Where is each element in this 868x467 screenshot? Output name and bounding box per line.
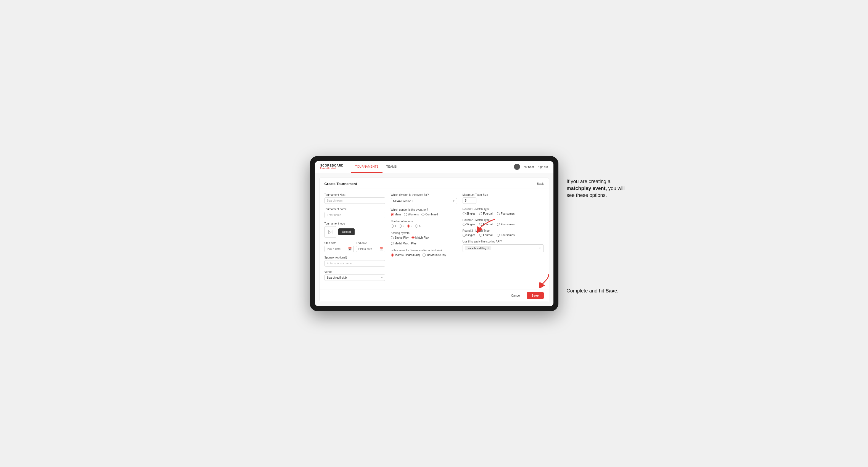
round1-radio-row: Singles Fourball Foursomes [463,212,544,215]
start-date-field: Start date 📅 [324,242,354,252]
venue-select-wrap: Search golf club ▼ [324,275,385,281]
max-team-size-label: Maximum Team Size [463,193,544,196]
logo-upload-area: Upload [324,226,385,238]
sponsor-label: Sponsor (optional) [324,256,385,259]
round2-singles[interactable]: Singles [463,223,475,226]
gender-radio-row: Mens Womens Combined [391,213,457,216]
max-team-size-group: Maximum Team Size [463,193,544,204]
calendar-icon-2: 📅 [379,247,383,251]
content-area: Create Tournament ← Back Tournament Host [315,173,553,306]
gender-group: Which gender is the event for? Mens Wome… [391,208,457,216]
tournament-logo-label: Tournament logo [324,222,385,225]
page-wrapper: SCOREBOARD Powered by clippit TOURNAMENT… [310,156,558,311]
save-button[interactable]: Save [527,292,544,299]
remove-tag-icon[interactable]: × [488,247,489,250]
nav-brand: SCOREBOARD Powered by clippit [320,164,344,169]
nav-tabs: TOURNAMENTS TEAMS [351,161,401,173]
tournament-name-label: Tournament name [324,208,385,211]
division-label: Which division is the event for? [391,193,457,196]
round3-fourball[interactable]: Fourball [479,234,493,237]
round-1[interactable]: 1 [391,224,396,227]
round3-label: Round 3 - Match Type [463,229,544,232]
annotation-bottom: Complete and hit Save. [567,287,630,294]
max-team-size-input[interactable] [463,197,476,204]
round2-radio-row: Singles Fourball Foursomes [463,223,544,226]
round-2[interactable]: 2 [399,224,404,227]
signout-link[interactable]: Sign out [538,165,548,168]
middle-column: Which division is the event for? NCAA Di… [391,193,457,285]
round-3[interactable]: 3 [407,224,412,227]
division-select-wrap: NCAA Division I ▼ [391,198,457,205]
sponsor-input[interactable] [324,260,385,267]
form-header: Create Tournament ← Back [319,178,549,189]
form-container: Create Tournament ← Back Tournament Host [319,178,549,302]
gender-label: Which gender is the event for? [391,208,457,211]
teams-label: Is this event for Teams and/or Individua… [391,249,457,252]
sponsor-group: Sponsor (optional) [324,256,385,267]
date-row: Start date 📅 End date [324,242,385,252]
rounds-radio-row: 1 2 3 [391,224,457,227]
venue-group: Venue Search golf club ▼ [324,270,385,281]
tab-tournaments[interactable]: TOURNAMENTS [351,161,382,173]
start-date-wrap: 📅 [324,246,354,252]
round1-fourball[interactable]: Fourball [479,212,493,215]
scoring-match[interactable]: Match Play [411,236,429,239]
form-footer: Cancel Save [319,289,549,302]
venue-label: Venue [324,270,385,273]
tablet-screen: SCOREBOARD Powered by clippit TOURNAMENT… [315,161,553,306]
gender-mens[interactable]: Mens [391,213,401,216]
tournament-host-input[interactable] [324,197,385,204]
scoring-medal[interactable]: Medal Match Play [391,242,416,245]
scoring-stroke[interactable]: Stroke Play [391,236,409,239]
tournament-host-label: Tournament Host [324,193,385,196]
form-body: Tournament Host Tournament name Tourname… [319,189,549,289]
scoring-group: Scoring system Stroke Play Match Play [391,231,457,245]
save-arrow [535,271,552,288]
upload-button[interactable]: Upload [338,228,355,235]
venue-select[interactable]: Search golf club [324,275,385,281]
tab-teams[interactable]: TEAMS [382,161,401,173]
teams-individuals-group: Is this event for Teams and/or Individua… [391,249,457,256]
user-text: Test User | [522,165,535,168]
leaderboard-king-tag: Leaderboard King × [465,246,491,250]
venue-chevron-icon: ▼ [381,276,383,279]
chevron-down-icon: ▼ [539,247,541,250]
teams-plus-individuals[interactable]: Teams (+Individuals) [391,253,420,256]
rounds-label: Number of rounds [391,220,457,223]
round2-foursomes[interactable]: Foursomes [497,223,515,226]
round3-radio-row: Singles Fourball Foursomes [463,234,544,237]
right-column: Maximum Team Size Round 1 - Match Type S… [463,193,544,285]
round3-foursomes[interactable]: Foursomes [497,234,515,237]
teams-radio-row: Teams (+Individuals) Individuals Only [391,253,457,256]
round3-singles[interactable]: Singles [463,234,475,237]
nav-right: Test User | Sign out [514,164,548,170]
dates-group: Start date 📅 End date [324,242,385,252]
individuals-only[interactable]: Individuals Only [423,253,446,256]
tournament-logo-group: Tournament logo [324,222,385,238]
gender-combined[interactable]: Combined [422,213,438,216]
round1-foursomes[interactable]: Foursomes [497,212,515,215]
end-date-wrap: 📅 [356,246,385,252]
left-column: Tournament Host Tournament name Tourname… [324,193,385,285]
start-date-label: Start date [324,242,354,245]
round-4[interactable]: 4 [415,224,421,227]
division-chevron-icon: ▼ [453,200,455,203]
rounds-group: Number of rounds 1 2 [391,220,457,227]
annotation-right: If you are creating a matchplay event, y… [567,178,630,199]
back-button[interactable]: ← Back [533,182,544,185]
gender-womens[interactable]: Womens [404,213,419,216]
third-party-tag-input[interactable]: Leaderboard King × ▼ [463,244,544,252]
round1-singles[interactable]: Singles [463,212,475,215]
matchplay-arrow [475,217,498,234]
round2-section: Round 2 - Match Type Singles Fourball [463,218,544,226]
brand-title: SCOREBOARD [320,164,344,167]
round1-label: Round 1 - Match Type [463,208,544,211]
third-party-label: Use third-party live scoring API? [463,240,544,243]
tournament-name-input[interactable] [324,212,385,218]
logo-placeholder [324,226,336,238]
scoring-radio-row: Stroke Play Match Play Medal Match Play [391,236,457,245]
round1-section: Round 1 - Match Type Singles Fourball [463,208,544,215]
division-select[interactable]: NCAA Division I [391,198,457,205]
brand-sub: Powered by clippit [320,167,344,169]
cancel-button[interactable]: Cancel [508,292,524,299]
